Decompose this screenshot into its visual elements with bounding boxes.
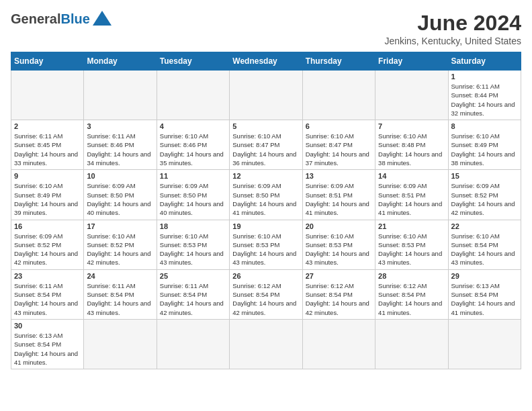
calendar-cell xyxy=(230,319,302,369)
day-info: Sunrise: 6:10 AM Sunset: 8:53 PM Dayligh… xyxy=(232,232,299,267)
calendar-cell xyxy=(157,71,229,120)
day-info: Sunrise: 6:13 AM Sunset: 8:54 PM Dayligh… xyxy=(14,331,81,367)
day-info: Sunrise: 6:10 AM Sunset: 8:53 PM Dayligh… xyxy=(378,232,445,267)
calendar-cell: 10Sunrise: 6:09 AM Sunset: 8:50 PM Dayli… xyxy=(84,170,157,220)
calendar-cell: 14Sunrise: 6:09 AM Sunset: 8:51 PM Dayli… xyxy=(375,170,448,220)
day-info: Sunrise: 6:09 AM Sunset: 8:51 PM Dayligh… xyxy=(306,181,372,217)
calendar-cell: 7Sunrise: 6:10 AM Sunset: 8:48 PM Daylig… xyxy=(375,120,448,170)
calendar-cell xyxy=(84,71,157,120)
day-info: Sunrise: 6:11 AM Sunset: 8:45 PM Dayligh… xyxy=(14,132,81,167)
location-title: Jenkins, Kentucky, United States xyxy=(384,36,521,46)
day-number: 21 xyxy=(378,222,445,230)
day-info: Sunrise: 6:09 AM Sunset: 8:51 PM Dayligh… xyxy=(378,181,445,217)
day-info: Sunrise: 6:10 AM Sunset: 8:49 PM Dayligh… xyxy=(14,181,81,217)
day-info: Sunrise: 6:12 AM Sunset: 8:54 PM Dayligh… xyxy=(378,281,445,317)
day-info: Sunrise: 6:11 AM Sunset: 8:44 PM Dayligh… xyxy=(451,82,518,118)
calendar-cell: 23Sunrise: 6:11 AM Sunset: 8:54 PM Dayli… xyxy=(11,269,84,319)
calendar-cell: 15Sunrise: 6:09 AM Sunset: 8:52 PM Dayli… xyxy=(448,170,521,220)
calendar-cell: 4Sunrise: 6:10 AM Sunset: 8:46 PM Daylig… xyxy=(157,120,229,170)
day-number: 18 xyxy=(160,222,226,230)
header-thursday: Thursday xyxy=(302,52,375,71)
day-number: 4 xyxy=(160,122,226,130)
calendar-cell: 25Sunrise: 6:11 AM Sunset: 8:54 PM Dayli… xyxy=(157,269,229,319)
calendar-cell xyxy=(84,319,157,369)
calendar-cell: 2Sunrise: 6:11 AM Sunset: 8:45 PM Daylig… xyxy=(11,120,84,170)
day-number: 14 xyxy=(378,172,445,180)
day-info: Sunrise: 6:10 AM Sunset: 8:47 PM Dayligh… xyxy=(306,132,372,167)
day-number: 15 xyxy=(451,172,518,180)
calendar-cell: 16Sunrise: 6:09 AM Sunset: 8:52 PM Dayli… xyxy=(11,220,84,269)
day-info: Sunrise: 6:10 AM Sunset: 8:48 PM Dayligh… xyxy=(378,132,445,167)
header-sunday: Sunday xyxy=(11,52,84,71)
day-number: 10 xyxy=(87,172,153,180)
day-info: Sunrise: 6:10 AM Sunset: 8:46 PM Dayligh… xyxy=(160,132,226,167)
calendar-cell xyxy=(375,71,448,120)
logo-blue: Blue xyxy=(60,11,89,27)
calendar-cell: 24Sunrise: 6:11 AM Sunset: 8:54 PM Dayli… xyxy=(84,269,157,319)
day-info: Sunrise: 6:10 AM Sunset: 8:53 PM Dayligh… xyxy=(160,232,226,267)
day-number: 24 xyxy=(87,272,153,280)
day-number: 26 xyxy=(232,272,299,280)
logo-icon xyxy=(93,11,112,26)
day-info: Sunrise: 6:10 AM Sunset: 8:47 PM Dayligh… xyxy=(232,132,299,167)
calendar-cell: 13Sunrise: 6:09 AM Sunset: 8:51 PM Dayli… xyxy=(302,170,375,220)
day-info: Sunrise: 6:10 AM Sunset: 8:52 PM Dayligh… xyxy=(87,232,153,267)
day-info: Sunrise: 6:10 AM Sunset: 8:53 PM Dayligh… xyxy=(306,232,372,267)
calendar-cell xyxy=(302,71,375,120)
month-title: June 2024 xyxy=(384,11,521,36)
day-info: Sunrise: 6:09 AM Sunset: 8:52 PM Dayligh… xyxy=(14,232,81,267)
calendar-cell xyxy=(448,319,521,369)
calendar-cell: 5Sunrise: 6:10 AM Sunset: 8:47 PM Daylig… xyxy=(230,120,302,170)
day-info: Sunrise: 6:11 AM Sunset: 8:46 PM Dayligh… xyxy=(87,132,153,167)
calendar-cell: 21Sunrise: 6:10 AM Sunset: 8:53 PM Dayli… xyxy=(375,220,448,269)
day-number: 17 xyxy=(87,222,153,230)
header-saturday: Saturday xyxy=(448,52,521,71)
day-number: 2 xyxy=(14,122,81,130)
day-info: Sunrise: 6:12 AM Sunset: 8:54 PM Dayligh… xyxy=(232,281,299,317)
day-number: 9 xyxy=(14,172,81,180)
calendar-cell xyxy=(302,319,375,369)
day-number: 8 xyxy=(451,122,518,130)
header-friday: Friday xyxy=(375,52,448,71)
day-number: 22 xyxy=(451,222,518,230)
calendar-cell: 28Sunrise: 6:12 AM Sunset: 8:54 PM Dayli… xyxy=(375,269,448,319)
calendar-cell: 9Sunrise: 6:10 AM Sunset: 8:49 PM Daylig… xyxy=(11,170,84,220)
day-number: 12 xyxy=(232,172,299,180)
calendar-week-row: 9Sunrise: 6:10 AM Sunset: 8:49 PM Daylig… xyxy=(11,170,521,220)
day-info: Sunrise: 6:11 AM Sunset: 8:54 PM Dayligh… xyxy=(14,281,81,317)
day-info: Sunrise: 6:11 AM Sunset: 8:54 PM Dayligh… xyxy=(87,281,153,317)
calendar-week-row: 2Sunrise: 6:11 AM Sunset: 8:45 PM Daylig… xyxy=(11,120,521,170)
day-number: 23 xyxy=(14,272,81,280)
calendar-week-row: 1Sunrise: 6:11 AM Sunset: 8:44 PM Daylig… xyxy=(11,71,521,120)
day-number: 27 xyxy=(306,272,372,280)
calendar-cell: 18Sunrise: 6:10 AM Sunset: 8:53 PM Dayli… xyxy=(157,220,229,269)
calendar-cell: 27Sunrise: 6:12 AM Sunset: 8:54 PM Dayli… xyxy=(302,269,375,319)
header-monday: Monday xyxy=(84,52,157,71)
calendar-cell: 29Sunrise: 6:13 AM Sunset: 8:54 PM Dayli… xyxy=(448,269,521,319)
day-number: 1 xyxy=(451,73,518,81)
day-number: 28 xyxy=(378,272,445,280)
calendar-cell: 12Sunrise: 6:09 AM Sunset: 8:50 PM Dayli… xyxy=(230,170,302,220)
day-number: 16 xyxy=(14,222,81,230)
logo-general: General xyxy=(11,11,60,27)
calendar-cell: 17Sunrise: 6:10 AM Sunset: 8:52 PM Dayli… xyxy=(84,220,157,269)
day-number: 5 xyxy=(232,122,299,130)
day-info: Sunrise: 6:09 AM Sunset: 8:50 PM Dayligh… xyxy=(160,181,226,217)
calendar-cell: 26Sunrise: 6:12 AM Sunset: 8:54 PM Dayli… xyxy=(230,269,302,319)
title-area: June 2024 Jenkins, Kentucky, United Stat… xyxy=(384,11,521,46)
calendar-cell: 20Sunrise: 6:10 AM Sunset: 8:53 PM Dayli… xyxy=(302,220,375,269)
day-info: Sunrise: 6:09 AM Sunset: 8:50 PM Dayligh… xyxy=(232,181,299,217)
day-number: 13 xyxy=(306,172,372,180)
weekday-header-row: Sunday Monday Tuesday Wednesday Thursday… xyxy=(11,52,521,71)
day-number: 19 xyxy=(232,222,299,230)
header-tuesday: Tuesday xyxy=(157,52,229,71)
calendar-cell: 6Sunrise: 6:10 AM Sunset: 8:47 PM Daylig… xyxy=(302,120,375,170)
calendar-week-row: 23Sunrise: 6:11 AM Sunset: 8:54 PM Dayli… xyxy=(11,269,521,319)
day-number: 3 xyxy=(87,122,153,130)
calendar-cell xyxy=(375,319,448,369)
calendar-table: Sunday Monday Tuesday Wednesday Thursday… xyxy=(11,52,521,369)
day-info: Sunrise: 6:10 AM Sunset: 8:54 PM Dayligh… xyxy=(451,232,518,267)
calendar-cell: 22Sunrise: 6:10 AM Sunset: 8:54 PM Dayli… xyxy=(448,220,521,269)
svg-marker-0 xyxy=(93,11,112,26)
day-info: Sunrise: 6:11 AM Sunset: 8:54 PM Dayligh… xyxy=(160,281,226,317)
